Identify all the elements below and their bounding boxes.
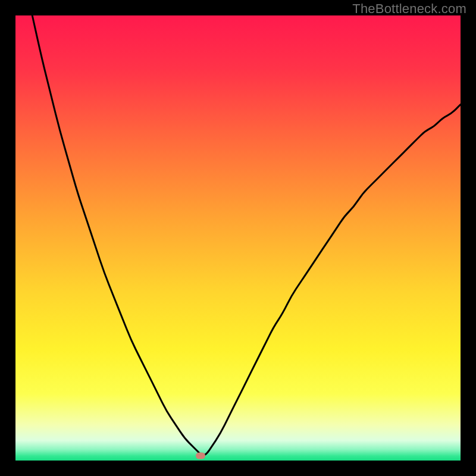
minimum-point-marker <box>196 453 205 459</box>
chart-frame: TheBottleneck.com <box>0 0 476 476</box>
watermark-text: TheBottleneck.com <box>352 1 466 17</box>
bottleneck-curve <box>15 15 461 461</box>
plot-area <box>15 15 461 461</box>
